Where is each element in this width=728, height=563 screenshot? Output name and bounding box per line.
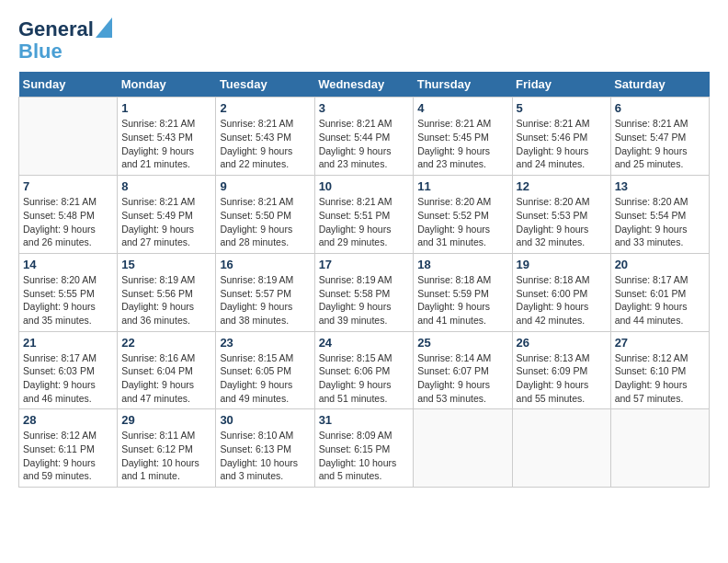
day-info: Sunrise: 8:19 AM Sunset: 5:56 PM Dayligh… (121, 273, 211, 327)
day-number: 27 (615, 336, 705, 350)
day-cell: 23Sunrise: 8:15 AM Sunset: 6:05 PM Dayli… (216, 331, 314, 409)
day-info: Sunrise: 8:12 AM Sunset: 6:10 PM Dayligh… (615, 351, 705, 406)
day-info: Sunrise: 8:21 AM Sunset: 5:48 PM Dayligh… (23, 195, 113, 249)
day-number: 6 (615, 101, 705, 115)
day-number: 26 (517, 336, 607, 350)
day-info: Sunrise: 8:11 AM Sunset: 6:12 PM Dayligh… (121, 429, 211, 483)
day-header-monday: Monday (118, 72, 216, 98)
svg-marker-0 (96, 17, 112, 38)
day-info: Sunrise: 8:09 AM Sunset: 6:15 PM Dayligh… (319, 429, 410, 483)
day-cell: 16Sunrise: 8:19 AM Sunset: 5:57 PM Dayli… (216, 253, 314, 331)
day-cell: 30Sunrise: 8:10 AM Sunset: 6:13 PM Dayli… (216, 409, 314, 488)
day-cell: 14Sunrise: 8:20 AM Sunset: 5:55 PM Dayli… (19, 253, 118, 331)
day-cell: 28Sunrise: 8:12 AM Sunset: 6:11 PM Dayli… (19, 409, 118, 488)
day-number: 10 (319, 179, 410, 193)
day-number: 19 (517, 258, 607, 271)
day-cell (512, 409, 610, 488)
day-number: 14 (23, 258, 113, 271)
day-info: Sunrise: 8:13 AM Sunset: 6:09 PM Dayligh… (517, 351, 607, 406)
day-cell: 10Sunrise: 8:21 AM Sunset: 5:51 PM Dayli… (314, 176, 414, 254)
day-cell: 17Sunrise: 8:19 AM Sunset: 5:58 PM Dayli… (314, 253, 414, 331)
day-info: Sunrise: 8:21 AM Sunset: 5:46 PM Dayligh… (517, 117, 607, 171)
day-header-tuesday: Tuesday (216, 72, 314, 98)
day-info: Sunrise: 8:12 AM Sunset: 6:11 PM Dayligh… (23, 429, 113, 483)
day-cell: 7Sunrise: 8:21 AM Sunset: 5:48 PM Daylig… (19, 176, 118, 254)
day-info: Sunrise: 8:14 AM Sunset: 6:07 PM Dayligh… (417, 351, 507, 406)
day-number: 9 (220, 179, 310, 193)
day-number: 4 (417, 101, 507, 115)
day-cell: 24Sunrise: 8:15 AM Sunset: 6:06 PM Dayli… (314, 331, 414, 409)
day-info: Sunrise: 8:21 AM Sunset: 5:45 PM Dayligh… (417, 117, 507, 171)
day-number: 12 (517, 179, 607, 193)
day-cell: 21Sunrise: 8:17 AM Sunset: 6:03 PM Dayli… (19, 331, 118, 409)
day-cell: 22Sunrise: 8:16 AM Sunset: 6:04 PM Dayli… (118, 331, 216, 409)
day-info: Sunrise: 8:21 AM Sunset: 5:44 PM Dayligh… (319, 117, 410, 171)
day-cell (610, 409, 709, 488)
day-number: 23 (220, 336, 310, 350)
day-info: Sunrise: 8:18 AM Sunset: 6:00 PM Dayligh… (517, 273, 607, 327)
day-number: 25 (417, 336, 507, 350)
logo-triangle-icon (96, 17, 112, 38)
day-info: Sunrise: 8:20 AM Sunset: 5:52 PM Dayligh… (417, 195, 507, 249)
day-number: 2 (220, 101, 310, 115)
day-header-saturday: Saturday (610, 72, 709, 98)
day-cell: 13Sunrise: 8:20 AM Sunset: 5:54 PM Dayli… (610, 176, 709, 254)
day-number: 15 (121, 258, 211, 271)
day-number: 17 (319, 258, 410, 271)
day-info: Sunrise: 8:16 AM Sunset: 6:04 PM Dayligh… (121, 351, 211, 406)
day-number: 16 (220, 258, 310, 271)
day-number: 3 (319, 101, 410, 115)
day-info: Sunrise: 8:17 AM Sunset: 6:01 PM Dayligh… (615, 273, 705, 327)
day-header-friday: Friday (512, 72, 610, 98)
day-cell: 11Sunrise: 8:20 AM Sunset: 5:52 PM Dayli… (414, 176, 512, 254)
day-header-sunday: Sunday (19, 72, 118, 98)
days-header-row: SundayMondayTuesdayWednesdayThursdayFrid… (19, 72, 710, 98)
week-row-2: 7Sunrise: 8:21 AM Sunset: 5:48 PM Daylig… (19, 176, 710, 254)
day-number: 21 (23, 336, 113, 350)
day-number: 28 (23, 413, 113, 427)
day-info: Sunrise: 8:15 AM Sunset: 6:06 PM Dayligh… (319, 351, 410, 406)
day-cell: 9Sunrise: 8:21 AM Sunset: 5:50 PM Daylig… (216, 176, 314, 254)
day-number: 11 (417, 179, 507, 193)
day-info: Sunrise: 8:19 AM Sunset: 5:58 PM Dayligh… (319, 273, 410, 327)
day-cell (19, 98, 118, 176)
day-info: Sunrise: 8:15 AM Sunset: 6:05 PM Dayligh… (220, 351, 310, 406)
day-cell: 19Sunrise: 8:18 AM Sunset: 6:00 PM Dayli… (512, 253, 610, 331)
day-info: Sunrise: 8:21 AM Sunset: 5:49 PM Dayligh… (121, 195, 211, 249)
day-info: Sunrise: 8:21 AM Sunset: 5:43 PM Dayligh… (220, 117, 310, 171)
day-number: 31 (319, 413, 410, 427)
day-number: 18 (417, 258, 507, 271)
day-info: Sunrise: 8:18 AM Sunset: 5:59 PM Dayligh… (417, 273, 507, 327)
day-cell: 3Sunrise: 8:21 AM Sunset: 5:44 PM Daylig… (314, 98, 414, 176)
logo: General Blue (18, 18, 112, 63)
day-cell: 12Sunrise: 8:20 AM Sunset: 5:53 PM Dayli… (512, 176, 610, 254)
day-cell: 26Sunrise: 8:13 AM Sunset: 6:09 PM Dayli… (512, 331, 610, 409)
day-number: 8 (121, 179, 211, 193)
day-info: Sunrise: 8:19 AM Sunset: 5:57 PM Dayligh… (220, 273, 310, 327)
day-info: Sunrise: 8:21 AM Sunset: 5:51 PM Dayligh… (319, 195, 410, 249)
day-info: Sunrise: 8:10 AM Sunset: 6:13 PM Dayligh… (220, 429, 310, 483)
calendar-table: SundayMondayTuesdayWednesdayThursdayFrid… (18, 72, 710, 488)
day-info: Sunrise: 8:21 AM Sunset: 5:43 PM Dayligh… (121, 117, 211, 171)
day-cell: 20Sunrise: 8:17 AM Sunset: 6:01 PM Dayli… (610, 253, 709, 331)
day-cell: 5Sunrise: 8:21 AM Sunset: 5:46 PM Daylig… (512, 98, 610, 176)
day-cell: 6Sunrise: 8:21 AM Sunset: 5:47 PM Daylig… (610, 98, 709, 176)
day-number: 22 (121, 336, 211, 350)
logo-text-blue: Blue (18, 40, 63, 63)
day-info: Sunrise: 8:21 AM Sunset: 5:47 PM Dayligh… (615, 117, 705, 171)
page-header: General Blue (18, 18, 710, 63)
day-number: 30 (220, 413, 310, 427)
day-number: 20 (615, 258, 705, 271)
day-cell: 2Sunrise: 8:21 AM Sunset: 5:43 PM Daylig… (216, 98, 314, 176)
day-info: Sunrise: 8:20 AM Sunset: 5:54 PM Dayligh… (615, 195, 705, 249)
day-info: Sunrise: 8:20 AM Sunset: 5:53 PM Dayligh… (517, 195, 607, 249)
day-number: 13 (615, 179, 705, 193)
day-cell: 8Sunrise: 8:21 AM Sunset: 5:49 PM Daylig… (118, 176, 216, 254)
day-cell: 27Sunrise: 8:12 AM Sunset: 6:10 PM Dayli… (610, 331, 709, 409)
week-row-5: 28Sunrise: 8:12 AM Sunset: 6:11 PM Dayli… (19, 409, 710, 488)
logo-text-general: General (18, 18, 94, 40)
day-cell: 18Sunrise: 8:18 AM Sunset: 5:59 PM Dayli… (414, 253, 512, 331)
day-number: 1 (121, 101, 211, 115)
day-number: 7 (23, 179, 113, 193)
day-header-thursday: Thursday (414, 72, 512, 98)
